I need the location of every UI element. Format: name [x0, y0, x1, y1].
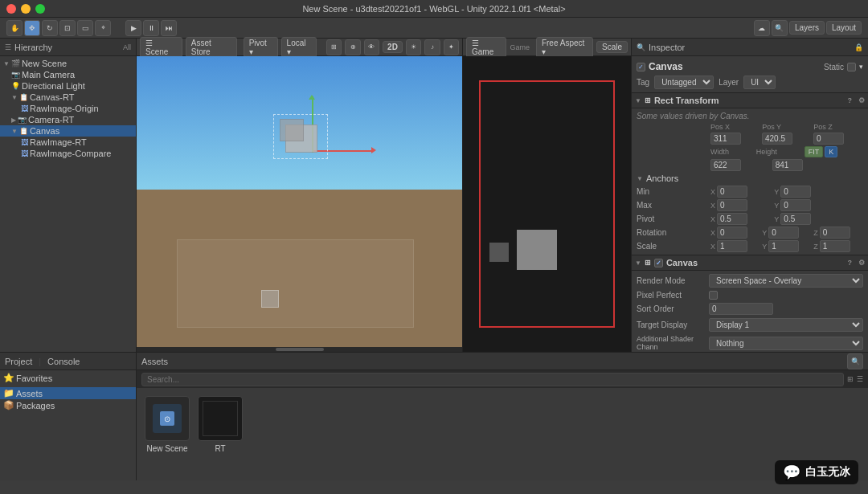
- asset-new-scene[interactable]: ⊙ New Scene: [145, 396, 190, 453]
- canvas-settings-icon[interactable]: ⚙: [858, 259, 865, 267]
- render-mode-select[interactable]: Screen Space - Overlay: [709, 274, 863, 288]
- asset-rt[interactable]: RT: [198, 396, 243, 453]
- rect-settings-icon[interactable]: ⚙: [858, 96, 865, 104]
- layers-dropdown[interactable]: Layers: [789, 21, 825, 35]
- scale-y-input[interactable]: [768, 240, 799, 252]
- watermark-text: 白玉无冰: [805, 465, 850, 480]
- hierarchy-item[interactable]: 🖼 RawImage-RT: [0, 137, 136, 148]
- pos-x-input[interactable]: [710, 133, 741, 145]
- grid-icon[interactable]: ⊞: [326, 39, 342, 55]
- packages-item[interactable]: 📦 Packages: [0, 399, 136, 411]
- pivot-x-input[interactable]: [717, 213, 747, 225]
- fx-toggle[interactable]: ✦: [444, 39, 459, 55]
- asset-search-input[interactable]: [141, 373, 844, 386]
- local-dropdown[interactable]: Local ▾: [281, 37, 317, 58]
- anchors-arrow: ▼: [637, 175, 643, 182]
- rect-transform-header[interactable]: ▼ ⊞ Rect Transform ? ⚙: [632, 92, 868, 108]
- hierarchy-item[interactable]: 📷 Main Camera: [0, 69, 136, 80]
- audio-toggle[interactable]: ♪: [424, 39, 440, 55]
- game-viewport[interactable]: [463, 56, 631, 352]
- scene-viewport[interactable]: [137, 56, 462, 352]
- k-button[interactable]: K: [825, 146, 837, 157]
- console-tab[interactable]: Console: [47, 357, 80, 366]
- rotate-tool[interactable]: ↻: [42, 20, 58, 36]
- rot-z-input[interactable]: [820, 227, 850, 239]
- project-tab[interactable]: Project: [5, 357, 32, 366]
- minimize-button[interactable]: [21, 4, 31, 14]
- 2d-toggle[interactable]: 2D: [383, 41, 403, 53]
- pos-z-input[interactable]: [813, 133, 844, 145]
- pivot-y-input[interactable]: [780, 213, 811, 225]
- scale-z-input[interactable]: [820, 240, 850, 252]
- pivot-y-col: Y: [774, 213, 836, 225]
- layer-dropdown[interactable]: UI: [743, 76, 776, 89]
- additional-shader-select[interactable]: Nothing: [709, 337, 863, 350]
- hand-tool[interactable]: ✋: [6, 20, 23, 36]
- rot-x-input[interactable]: [717, 227, 747, 239]
- view-toggle-icon[interactable]: ☰: [857, 375, 863, 383]
- scene-tab[interactable]: ☰ Scene: [140, 37, 182, 58]
- min-y-input[interactable]: [780, 186, 811, 198]
- canvas-component-header[interactable]: ▼ ⊞ ✓ Canvas ? ⚙: [632, 255, 868, 271]
- image-icon: 🖼: [21, 149, 28, 157]
- inspector-scroll[interactable]: ✓ Canvas Static ▾ Tag Untagged Layer: [632, 56, 868, 352]
- max-x-input[interactable]: [717, 199, 747, 211]
- hierarchy-item[interactable]: 🖼 RawImage-Origin: [0, 103, 136, 114]
- search-icon[interactable]: 🔍: [772, 20, 788, 36]
- step-button[interactable]: ⏭: [161, 20, 177, 36]
- canvas-comp-enable[interactable]: ✓: [654, 259, 663, 267]
- scale-tool[interactable]: ⊡: [59, 20, 76, 36]
- collab-icon[interactable]: ☁: [754, 20, 770, 36]
- filter-icon[interactable]: ⊞: [847, 375, 854, 383]
- scale-y-col: Y: [762, 240, 812, 252]
- light-toggle[interactable]: ☀: [406, 39, 421, 55]
- hierarchy-item[interactable]: ▼ 🎬 New Scene: [0, 58, 136, 69]
- width-input[interactable]: [710, 159, 741, 171]
- move-tool[interactable]: ✥: [24, 20, 40, 36]
- sort-order-input[interactable]: [709, 303, 773, 315]
- pivot-dropdown[interactable]: Pivot ▾: [244, 37, 278, 58]
- static-checkbox[interactable]: [847, 63, 856, 71]
- canvas-enable-checkbox[interactable]: ✓: [637, 63, 645, 71]
- assets-item[interactable]: 📁 Assets: [0, 387, 136, 399]
- search-asset-icon[interactable]: 🔍: [847, 353, 863, 369]
- hierarchy-item[interactable]: ▼ 📋 Canvas-RT: [0, 92, 136, 103]
- aspect-dropdown[interactable]: Free Aspect ▾: [536, 37, 593, 58]
- game-tab[interactable]: ☰ Game: [466, 37, 506, 58]
- scale-label: Scale: [596, 41, 628, 53]
- hierarchy-item[interactable]: 💡 Directional Light: [0, 80, 136, 92]
- scene-scrollbar-h[interactable]: [137, 347, 462, 352]
- fit-button[interactable]: FIT: [805, 146, 824, 157]
- snap-icon[interactable]: ⊕: [345, 39, 360, 55]
- pixel-perfect-checkbox[interactable]: [709, 291, 718, 300]
- favorites-item[interactable]: ⭐ Favorites: [0, 372, 136, 384]
- play-button[interactable]: ▶: [125, 20, 141, 36]
- hierarchy-item[interactable]: ▶ 📷 Camera-RT: [0, 114, 136, 125]
- pause-button[interactable]: ⏸: [143, 20, 159, 36]
- layout-dropdown[interactable]: Layout: [826, 21, 862, 35]
- wh-buttons: FIT K: [805, 146, 863, 157]
- canvas-help-icon[interactable]: ?: [848, 259, 853, 267]
- scale-label: Scale: [637, 242, 709, 251]
- hierarchy-item[interactable]: 🖼 RawImage-Compare: [0, 148, 136, 159]
- static-dropdown-icon[interactable]: ▾: [859, 63, 863, 71]
- item-label: RawImage-Compare: [30, 149, 111, 158]
- rect-help-icon[interactable]: ?: [848, 96, 853, 104]
- asset-store-tab[interactable]: Asset Store: [186, 37, 237, 58]
- rot-y-input[interactable]: [768, 227, 799, 239]
- view-icon[interactable]: 👁: [364, 39, 379, 55]
- maximize-button[interactable]: [35, 4, 45, 14]
- target-display-select[interactable]: Display 1: [709, 318, 863, 332]
- min-x-input[interactable]: [717, 186, 747, 198]
- tag-dropdown[interactable]: Untagged: [654, 76, 714, 89]
- scale-x-input[interactable]: [717, 240, 747, 252]
- inspector-content: ✓ Canvas Static ▾ Tag Untagged Layer: [632, 56, 868, 352]
- inspector-lock-icon[interactable]: 🔒: [854, 43, 863, 51]
- rect-tool[interactable]: ▭: [77, 20, 93, 36]
- hierarchy-item-canvas[interactable]: ▼ 📋 Canvas: [0, 125, 136, 137]
- pos-y-input[interactable]: [762, 133, 792, 145]
- height-input[interactable]: [772, 159, 803, 171]
- close-button[interactable]: [6, 4, 16, 14]
- max-y-input[interactable]: [780, 199, 811, 211]
- transform-tool[interactable]: ⌖: [95, 20, 111, 36]
